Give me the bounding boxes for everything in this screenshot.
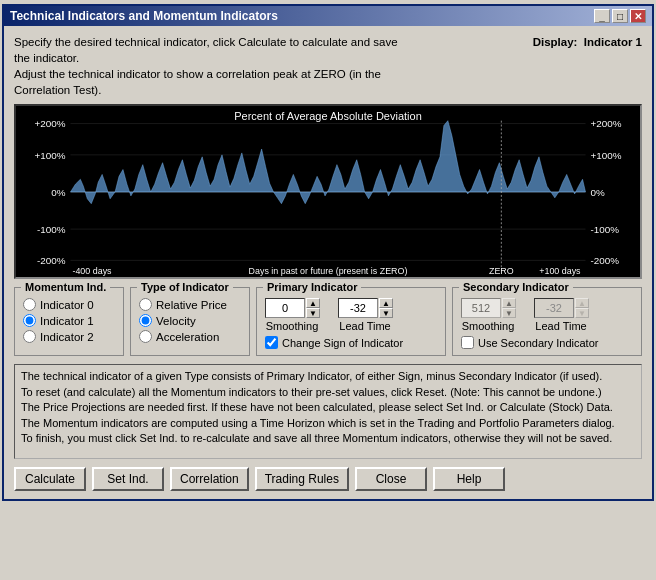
- secondary-smoothing-arrows: ▲ ▼: [502, 298, 516, 318]
- secondary-smoothing-down[interactable]: ▼: [502, 308, 516, 318]
- secondary-smoothing-input[interactable]: [461, 298, 501, 318]
- svg-text:-100%: -100%: [37, 224, 66, 235]
- window-body: Specify the desired technical indicator,…: [4, 26, 652, 499]
- instruction-line2: Adjust the technical indicator to show a…: [14, 66, 414, 98]
- primary-leadtime-up[interactable]: ▲: [379, 298, 393, 308]
- indicator0-radio[interactable]: [23, 298, 36, 311]
- type-radio-relprice[interactable]: Relative Price: [139, 298, 241, 311]
- type-indicator-group: Type of Indicator Relative Price Velocit…: [130, 287, 250, 356]
- use-secondary-row[interactable]: Use Secondary Indicator: [461, 336, 633, 349]
- svg-text:+100%: +100%: [34, 150, 65, 161]
- momentum-radio-0[interactable]: Indicator 0: [23, 298, 115, 311]
- display-label: Display: Indicator 1: [533, 36, 642, 48]
- velocity-radio[interactable]: [139, 314, 152, 327]
- svg-text:-400 days: -400 days: [72, 266, 112, 276]
- indicator2-radio[interactable]: [23, 330, 36, 343]
- calculate-button[interactable]: Calculate: [14, 467, 86, 491]
- primary-leadtime-control: ▲ ▼ Lead Time: [338, 298, 393, 332]
- chart-container: Percent of Average Absolute Deviation +2…: [14, 104, 642, 279]
- display-value: Indicator 1: [584, 36, 642, 48]
- acceleration-radio[interactable]: [139, 330, 152, 343]
- info-line5: To finish, you must click Set Ind. to re…: [21, 431, 635, 446]
- set-ind-button[interactable]: Set Ind.: [92, 467, 164, 491]
- type-radio-velocity[interactable]: Velocity: [139, 314, 241, 327]
- close-title-button[interactable]: ✕: [630, 9, 646, 23]
- indicator1-label: Indicator 1: [40, 315, 94, 327]
- help-button[interactable]: Help: [433, 467, 505, 491]
- svg-text:-200%: -200%: [37, 256, 66, 267]
- secondary-leadtime-input[interactable]: [534, 298, 574, 318]
- primary-smoothing-control: ▲ ▼ Smoothing: [265, 298, 320, 332]
- svg-text:0%: 0%: [51, 187, 66, 198]
- title-bar: Technical Indicators and Momentum Indica…: [4, 6, 652, 26]
- primary-leadtime-down[interactable]: ▼: [379, 308, 393, 318]
- minimize-button[interactable]: _: [594, 9, 610, 23]
- indicator2-label: Indicator 2: [40, 331, 94, 343]
- svg-text:+100 days: +100 days: [539, 266, 581, 276]
- instruction-text: Specify the desired technical indicator,…: [14, 34, 414, 98]
- type-radio-acceleration[interactable]: Acceleration: [139, 330, 241, 343]
- momentum-radio-1[interactable]: Indicator 1: [23, 314, 115, 327]
- change-sign-label: Change Sign of Indicator: [282, 337, 403, 349]
- relative-price-label: Relative Price: [156, 299, 227, 311]
- instruction-line1: Specify the desired technical indicator,…: [14, 34, 414, 66]
- info-line1: The technical indicator of a given Type …: [21, 369, 635, 384]
- primary-smoothing-input[interactable]: [265, 298, 305, 318]
- info-line4: The Momentum indicators are computed usi…: [21, 416, 635, 431]
- momentum-radio-2[interactable]: Indicator 2: [23, 330, 115, 343]
- chart-svg: +200% +100% 0% -100% -200% +200% +100% 0…: [16, 106, 640, 277]
- trading-rules-button[interactable]: Trading Rules: [255, 467, 349, 491]
- primary-leadtime-input[interactable]: [338, 298, 378, 318]
- primary-leadtime-arrows: ▲ ▼: [379, 298, 393, 318]
- primary-leadtime-label: Lead Time: [338, 320, 392, 332]
- svg-text:Days in past or future (presen: Days in past or future (present is ZERO): [249, 266, 408, 276]
- info-text-box: The technical indicator of a given Type …: [14, 364, 642, 459]
- secondary-smoothing-label: Smoothing: [461, 320, 515, 332]
- maximize-button[interactable]: □: [612, 9, 628, 23]
- relative-price-radio[interactable]: [139, 298, 152, 311]
- primary-smoothing-up[interactable]: ▲: [306, 298, 320, 308]
- primary-indicator-label: Primary Indicator: [263, 281, 361, 293]
- primary-indicator-group: Primary Indicator ▲ ▼ Smoothing: [256, 287, 446, 356]
- info-line2: To reset (and calculate) all the Momentu…: [21, 385, 635, 400]
- correlation-button[interactable]: Correlation: [170, 467, 249, 491]
- close-button[interactable]: Close: [355, 467, 427, 491]
- change-sign-checkbox[interactable]: [265, 336, 278, 349]
- secondary-leadtime-up[interactable]: ▲: [575, 298, 589, 308]
- svg-text:-100%: -100%: [590, 224, 619, 235]
- secondary-smoothing-control: ▲ ▼ Smoothing: [461, 298, 516, 332]
- momentum-label: Momentum Ind.: [21, 281, 110, 293]
- primary-smoothing-arrows: ▲ ▼: [306, 298, 320, 318]
- indicator1-radio[interactable]: [23, 314, 36, 327]
- main-window: Technical Indicators and Momentum Indica…: [2, 4, 654, 501]
- velocity-label: Velocity: [156, 315, 196, 327]
- window-title: Technical Indicators and Momentum Indica…: [10, 9, 278, 23]
- controls-row: Momentum Ind. Indicator 0 Indicator 1 In…: [14, 287, 642, 356]
- instruction-row: Specify the desired technical indicator,…: [14, 34, 642, 98]
- button-row: Calculate Set Ind. Correlation Trading R…: [14, 467, 642, 491]
- indicator0-label: Indicator 0: [40, 299, 94, 311]
- svg-text:0%: 0%: [590, 187, 605, 198]
- info-line3: The Price Projections are needed first. …: [21, 400, 635, 415]
- use-secondary-checkbox[interactable]: [461, 336, 474, 349]
- svg-text:+100%: +100%: [590, 150, 621, 161]
- secondary-indicator-label: Secondary Indicator: [459, 281, 573, 293]
- svg-text:-200%: -200%: [590, 256, 619, 267]
- acceleration-label: Acceleration: [156, 331, 219, 343]
- secondary-leadtime-control: ▲ ▼ Lead Time: [534, 298, 589, 332]
- secondary-leadtime-down[interactable]: ▼: [575, 308, 589, 318]
- svg-text:ZERO: ZERO: [489, 266, 514, 276]
- secondary-indicator-group: Secondary Indicator ▲ ▼ Smoothing: [452, 287, 642, 356]
- use-secondary-label: Use Secondary Indicator: [478, 337, 598, 349]
- secondary-leadtime-arrows: ▲ ▼: [575, 298, 589, 318]
- secondary-smoothing-up[interactable]: ▲: [502, 298, 516, 308]
- chart-title: Percent of Average Absolute Deviation: [16, 108, 640, 122]
- momentum-group: Momentum Ind. Indicator 0 Indicator 1 In…: [14, 287, 124, 356]
- change-sign-row[interactable]: Change Sign of Indicator: [265, 336, 437, 349]
- primary-smoothing-down[interactable]: ▼: [306, 308, 320, 318]
- type-indicator-label: Type of Indicator: [137, 281, 233, 293]
- title-bar-buttons: _ □ ✕: [594, 9, 646, 23]
- secondary-leadtime-label: Lead Time: [534, 320, 588, 332]
- primary-smoothing-label: Smoothing: [265, 320, 319, 332]
